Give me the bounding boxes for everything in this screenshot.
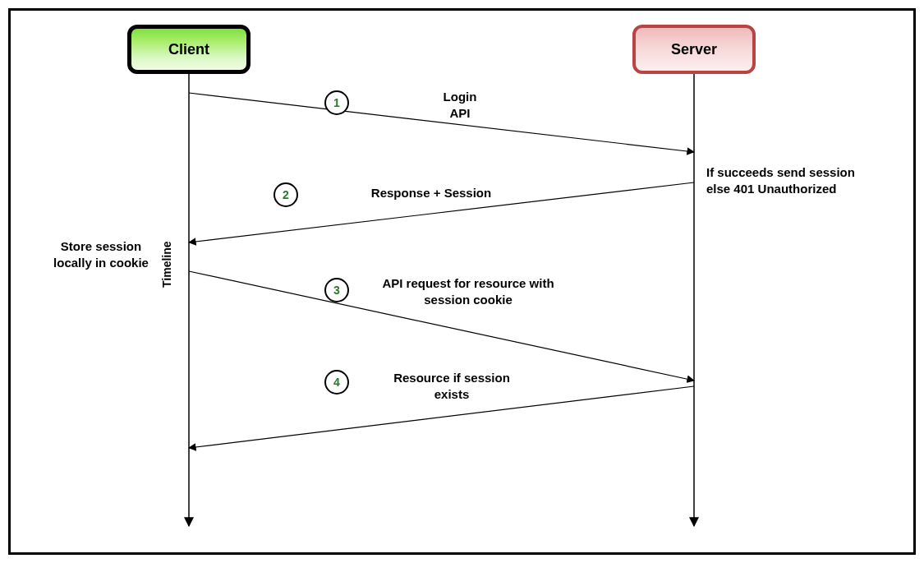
step-4-number: 4: [333, 376, 340, 389]
step-4-label: Resource if session exists: [361, 370, 542, 402]
step-1-number: 1: [333, 96, 340, 109]
step-2-number: 2: [283, 188, 289, 201]
server-participant: Server: [632, 25, 756, 74]
step-3-label: API request for resource with session co…: [361, 275, 575, 307]
client-note: Store session locally in cookie: [39, 238, 163, 270]
timeline-label: Timeline: [160, 241, 173, 288]
step-3-number: 3: [333, 284, 340, 297]
step-2-badge: 2: [274, 182, 298, 207]
diagram-canvas: Client Server 1 Login API 2 Response + S…: [0, 0, 924, 563]
client-participant: Client: [127, 25, 251, 74]
step-2-label: Response + Session: [329, 185, 534, 201]
server-note: If succeeds send session else 401 Unauth…: [706, 164, 879, 196]
server-label: Server: [671, 41, 717, 58]
step-1-badge: 1: [324, 90, 349, 115]
step-3-badge: 3: [324, 278, 349, 302]
step-4-badge: 4: [324, 370, 349, 395]
client-label: Client: [168, 41, 209, 58]
step-1-label: Login API: [402, 89, 517, 121]
